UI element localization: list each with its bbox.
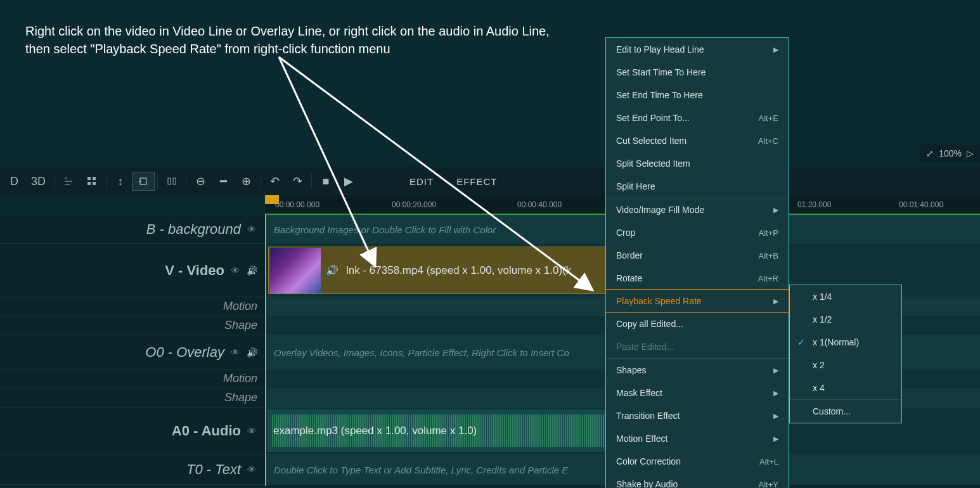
- menu-item-label: Copy all Edited...: [616, 319, 683, 329]
- menu-item[interactable]: Split Here: [606, 175, 789, 198]
- playhead-line: [265, 214, 266, 486]
- submenu-item[interactable]: x 1/4: [790, 285, 901, 308]
- instruction-text: Right click on the video in Video Line o…: [25, 22, 550, 58]
- menu-item[interactable]: Cut Selected ItemAlt+C: [606, 129, 789, 152]
- speed-submenu: x 1/4x 1/2x 1(Normal)x 2x 4Custom...: [789, 285, 902, 423]
- edit-button[interactable]: EDIT: [398, 172, 445, 191]
- menu-shortcut: Alt+B: [759, 251, 778, 260]
- menu-item[interactable]: Motion Effect▶: [606, 427, 789, 450]
- play-icon[interactable]: ▶: [337, 172, 360, 191]
- play-icon[interactable]: ▷: [967, 148, 974, 158]
- menu-item[interactable]: Shapes▶: [606, 359, 789, 382]
- zoom-in-icon[interactable]: ⊕: [235, 172, 257, 191]
- undo-icon[interactable]: ↶: [263, 172, 286, 191]
- menu-item-label: Split Selected Item: [616, 158, 690, 169]
- menu-shortcut: Alt+C: [758, 136, 778, 146]
- redo-icon[interactable]: ↷: [286, 172, 309, 191]
- track-label-video: V - Video: [165, 262, 224, 279]
- align-left-icon[interactable]: [58, 172, 81, 191]
- slider-icon[interactable]: ━: [212, 172, 235, 191]
- chevron-right-icon: ▶: [773, 435, 778, 443]
- menu-shortcut: Alt+Y: [759, 480, 778, 489]
- menu-item[interactable]: Split Selected Item: [606, 152, 789, 175]
- menu-item[interactable]: Set Start Time To Here: [606, 61, 789, 84]
- chevron-right-icon: ▶: [773, 206, 778, 214]
- menu-item[interactable]: RotateAlt+R: [606, 267, 789, 290]
- expand-icon[interactable]: ⤢: [926, 148, 934, 158]
- menu-item[interactable]: Edit to Play Head Line▶: [606, 38, 789, 61]
- time-tick: 01:20.000: [797, 200, 831, 209]
- eye-icon[interactable]: 👁: [246, 224, 257, 235]
- eye-icon[interactable]: 👁: [229, 265, 241, 276]
- menu-item-label: Set End Point To...: [616, 113, 690, 123]
- menu-item-label: Edit to Play Head Line: [616, 44, 704, 55]
- track-placeholder: Background Images or Double Click to Fil…: [274, 224, 496, 234]
- menu-item[interactable]: Video/Image Fill Mode▶: [606, 198, 789, 221]
- track-label-motion: Motion: [223, 300, 257, 313]
- time-tick: 00:00:00.000: [275, 200, 319, 209]
- menu-shortcut: Alt+E: [759, 113, 778, 123]
- track-label-overlay: O0 - Overlay: [145, 344, 224, 361]
- svg-rect-12: [168, 178, 171, 184]
- chevron-right-icon: ▶: [773, 46, 778, 54]
- toolbar: D 3D ↕ ⊖ ━ ⊕ ↶ ↷ ■ ▶ EDIT EFFECT: [0, 167, 980, 195]
- menu-item-label: Set Start Time To Here: [616, 67, 706, 77]
- menu-item[interactable]: Set End Time To Here: [606, 84, 789, 106]
- context-menu: Edit to Play Head Line▶Set Start Time To…: [605, 37, 789, 488]
- svg-rect-9: [93, 182, 96, 185]
- eye-icon[interactable]: 👁: [246, 425, 257, 437]
- menu-item[interactable]: BorderAlt+B: [606, 244, 789, 267]
- menu-item[interactable]: Transition Effect▶: [606, 404, 789, 427]
- menu-shortcut: Alt+L: [759, 457, 778, 466]
- track-label-text: T0 - Text: [186, 461, 241, 478]
- speaker-icon[interactable]: 🔊: [246, 347, 257, 358]
- menu-item[interactable]: Mask Effect▶: [606, 382, 789, 404]
- svg-rect-13: [173, 178, 176, 184]
- mode-3d-button[interactable]: 3D: [25, 171, 52, 192]
- menu-item-label: Set End Time To Here: [616, 90, 703, 100]
- eye-icon[interactable]: 👁: [229, 347, 241, 358]
- zoom-value: 100%: [939, 148, 962, 158]
- menu-item-label: Split Here: [616, 181, 655, 191]
- mode-d-button[interactable]: D: [4, 171, 25, 192]
- speaker-icon: 🔊: [326, 264, 338, 276]
- submenu-item[interactable]: x 1(Normal): [790, 331, 901, 354]
- chevron-right-icon: ▶: [773, 389, 778, 397]
- speaker-icon[interactable]: 🔊: [246, 265, 257, 276]
- menu-item[interactable]: Copy all Edited...: [606, 312, 789, 335]
- submenu-item[interactable]: Custom...: [790, 400, 901, 423]
- grid-icon[interactable]: [81, 172, 103, 191]
- track-label-motion: Motion: [223, 372, 257, 385]
- menu-item[interactable]: CropAlt+P: [606, 221, 789, 244]
- submenu-item[interactable]: x 4: [790, 376, 901, 399]
- svg-rect-8: [87, 182, 91, 185]
- eye-icon[interactable]: 👁: [246, 464, 257, 475]
- time-tick: 00:00:40.000: [517, 200, 562, 209]
- playhead[interactable]: [265, 195, 279, 204]
- audio-clip-label: example.mp3 (speed x 1.00, volume x 1.0): [273, 425, 477, 437]
- vert-resize-icon[interactable]: ↕: [109, 172, 132, 191]
- svg-rect-7: [93, 177, 96, 180]
- submenu-item[interactable]: x 2: [790, 354, 901, 376]
- effect-button[interactable]: EFFECT: [445, 172, 508, 191]
- zoom-indicator: ⤢ 100% ▷: [920, 144, 980, 162]
- time-tick: 00:01:40.000: [899, 200, 943, 209]
- menu-item[interactable]: Shake by AudioAlt+Y: [606, 473, 789, 488]
- menu-item[interactable]: Color CorrectionAlt+L: [606, 450, 789, 473]
- menu-item[interactable]: Playback Speed Rate▶: [605, 289, 789, 313]
- menu-item-label: Cut Selected Item: [616, 136, 687, 146]
- track-label-bg: B - background: [146, 221, 241, 238]
- split-icon[interactable]: [160, 172, 183, 191]
- menu-item-label: Mask Effect: [616, 388, 662, 398]
- menu-item[interactable]: Set End Point To...Alt+E: [606, 106, 789, 129]
- snap-icon[interactable]: [132, 172, 155, 191]
- menu-item-label: Border: [616, 250, 643, 260]
- menu-item-label: Motion Effect: [616, 433, 667, 444]
- menu-shortcut: Alt+R: [758, 274, 778, 283]
- submenu-item[interactable]: x 1/2: [790, 308, 901, 331]
- stop-icon[interactable]: ■: [314, 172, 337, 191]
- zoom-out-icon[interactable]: ⊖: [189, 172, 212, 191]
- menu-item: Paste Edited...: [606, 335, 789, 358]
- menu-shortcut: Alt+P: [759, 228, 778, 238]
- video-clip-label: lnk - 67358.mp4 (speed x 1.00, volume x …: [346, 264, 571, 277]
